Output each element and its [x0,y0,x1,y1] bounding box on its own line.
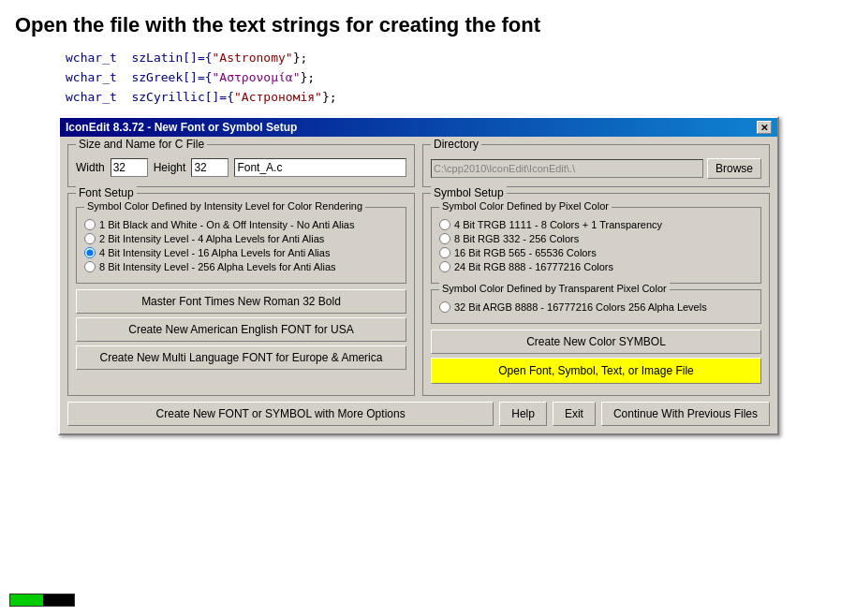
font-setup-group: Font Setup Symbol Color Defined by Inten… [67,193,415,396]
dir-row: Browse [431,158,761,179]
radio-row-4: 8 Bit Intensity Level - 256 Alpha Levels… [84,261,398,272]
pixel-radio-3[interactable] [439,247,450,258]
dialog-body: Size and Name for C File Width Height Di… [60,137,777,433]
symbol-setup-group: Symbol Setup Symbol Color Defined by Pix… [422,193,770,396]
code-var-3: szCyrillic[]={ [131,90,234,104]
dialog-title: IconEdit 8.3.72 - New Font or Symbol Set… [66,121,297,134]
intensity-label-1: 1 Bit Black and White - On & Off Intensi… [99,219,354,230]
pixel-label-3: 16 Bit RGB 565 - 65536 Colors [454,247,597,258]
code-line-3: wchar_t szCyrillic[]={"Астрономiя"}; [66,88,826,108]
code-line-2: wchar_t szGreek[]={"Αστρονομία"}; [66,68,826,88]
pixel-label-2: 8 Bit RGB 332 - 256 Colors [454,233,579,244]
font-setup-label: Font Setup [76,186,137,199]
size-name-group: Size and Name for C File Width Height [67,144,415,187]
create-multilang-button[interactable]: Create New Multi Language FONT for Europ… [76,345,406,370]
pixel-radio-row-4: 24 Bit RGB 888 - 16777216 Colors [439,261,753,272]
pixel-color-label: Symbol Color Defined by Pixel Color [439,200,612,212]
intensity-label-3: 4 Bit Intensity Level - 16 Alpha Levels … [99,247,330,258]
directory-group: Directory Browse [422,144,770,187]
progress-bar-fill [10,594,43,606]
size-name-label: Size and Name for C File [76,138,207,151]
transparent-radio-row-1: 32 Bit ARGB 8888 - 16777216 Colors 256 A… [439,301,753,313]
pixel-label-4: 24 Bit RGB 888 - 16777216 Colors [454,261,613,272]
intensity-group: Symbol Color Defined by Intensity Level … [76,207,406,284]
symbol-setup-label: Symbol Setup [431,186,507,199]
intensity-radio-1[interactable] [84,219,96,230]
dialog-close-button[interactable]: ✕ [757,121,772,134]
pixel-label-1: 4 Bit TRGB 1111 - 8 Colors + 1 Transpare… [454,219,662,230]
code-keyword-2: wchar_t [66,70,117,84]
radio-row-2: 2 Bit Intensity Level - 4 Alpha Levels f… [84,233,398,244]
intensity-radio-4[interactable] [84,261,96,272]
continue-button[interactable]: Continue With Previous Files [601,402,770,426]
code-block: wchar_t szLatin[]={"Astronomy"}; wchar_t… [0,45,841,116]
code-string-2: "Αστρονομία" [213,70,301,84]
radio-row-1: 1 Bit Black and White - On & Off Intensi… [84,219,398,230]
page-title: Open the file with the text strings for … [15,13,826,37]
transparent-radio-1[interactable] [439,301,450,313]
width-label: Width [76,161,105,174]
intensity-radio-2[interactable] [84,233,96,244]
transparent-label-1: 32 Bit ARGB 8888 - 16777216 Colors 256 A… [454,301,707,313]
bottom-left: Create New FONT or SYMBOL with More Opti… [67,402,494,426]
transparent-group-label: Symbol Color Defined by Transparent Pixe… [439,283,670,294]
top-row: Size and Name for C File Width Height Di… [67,144,770,187]
code-line-1: wchar_t szLatin[]={"Astronomy"}; [66,49,826,68]
code-var-1: szLatin[]={ [131,51,212,65]
pixel-radio-row-3: 16 Bit RGB 565 - 65536 Colors [439,247,753,258]
progress-bar-container [9,594,75,607]
bottom-right: Help Exit Continue With Previous Files [499,402,770,426]
browse-button[interactable]: Browse [707,158,761,179]
filename-input[interactable] [234,158,406,177]
open-file-button[interactable]: Open Font, Symbol, Text, or Image File [431,358,761,384]
pixel-radio-4[interactable] [439,261,450,272]
create-american-button[interactable]: Create New American English FONT for USA [76,317,406,342]
height-input[interactable] [191,158,229,177]
pixel-radio-row-1: 4 Bit TRGB 1111 - 8 Colors + 1 Transpare… [439,219,753,230]
master-font-button[interactable]: Master Font Times New Roman 32 Bold [76,289,406,314]
intensity-label-2: 2 Bit Intensity Level - 4 Alpha Levels f… [99,233,324,244]
middle-row: Font Setup Symbol Color Defined by Inten… [67,193,770,396]
exit-button[interactable]: Exit [553,402,596,426]
height-label: Height [154,161,186,174]
width-input[interactable] [111,158,148,177]
intensity-label-4: 8 Bit Intensity Level - 256 Alpha Levels… [99,261,336,272]
directory-input[interactable] [431,159,703,178]
pixel-color-group: Symbol Color Defined by Pixel Color 4 Bi… [431,207,761,284]
pixel-radio-1[interactable] [439,219,450,230]
help-button[interactable]: Help [499,402,547,426]
create-symbol-button[interactable]: Create New Color SYMBOL [431,330,761,354]
radio-row-3: 4 Bit Intensity Level - 16 Alpha Levels … [84,247,398,258]
pixel-radio-row-2: 8 Bit RGB 332 - 256 Colors [439,233,753,244]
pixel-radio-2[interactable] [439,233,450,244]
code-string-1: "Astronomy" [213,51,293,65]
create-more-button[interactable]: Create New FONT or SYMBOL with More Opti… [67,402,494,426]
intensity-radio-3[interactable] [84,247,96,258]
dialog-window: IconEdit 8.3.72 - New Font or Symbol Set… [58,116,779,435]
progress-area [9,594,75,607]
directory-label: Directory [431,138,481,151]
dialog-titlebar: IconEdit 8.3.72 - New Font or Symbol Set… [60,118,777,137]
size-name-row: Width Height [76,158,406,177]
transparent-group: Symbol Color Defined by Transparent Pixe… [431,289,761,324]
intensity-group-label: Symbol Color Defined by Intensity Level … [84,200,365,212]
code-keyword-1: wchar_t [66,51,117,65]
code-var-2: szGreek[]={ [131,70,212,84]
code-keyword-3: wchar_t [66,90,117,104]
code-string-3: "Астрономiя" [234,90,322,104]
bottom-row: Create New FONT or SYMBOL with More Opti… [67,402,770,426]
page-header: Open the file with the text strings for … [0,0,841,45]
